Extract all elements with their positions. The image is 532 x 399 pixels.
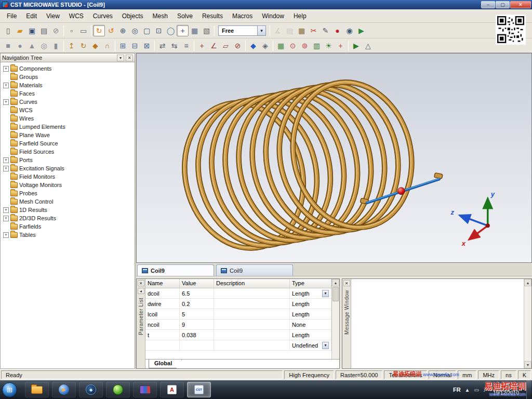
menu-results[interactable]: Results [197,10,228,22]
sphere-shape-button[interactable]: ● [14,40,26,51]
volume-icon[interactable]: ♪ [483,387,486,393]
nav-item-farfields[interactable]: Farfields [3,222,135,231]
param-row-ncoil[interactable]: ncoil9None [145,320,331,330]
discrete-port-button[interactable]: ⊚ [299,40,311,51]
nav-item-wcs[interactable]: WCS [3,106,135,114]
nav-item-curves[interactable]: +Curves [3,98,135,106]
display-icon[interactable]: ▭ [474,387,478,393]
play-animation-button[interactable]: ▶ [355,25,367,36]
clock[interactable]: 22:18 19/12/2010 [490,383,522,396]
clear-picks-button[interactable]: ⊘ [232,40,244,51]
delete-button[interactable]: ⊘ [50,25,62,36]
menu-curves[interactable]: Curves [88,10,117,22]
expand-icon[interactable]: + [3,216,9,221]
menu-solve[interactable]: Solve [172,10,197,22]
menu-wcs[interactable]: WCS [64,10,88,22]
boolean-intersect-button[interactable]: ⊠ [141,40,153,51]
perspective-view-button[interactable]: ◯ [165,25,177,36]
define-material-button[interactable]: ◆ [247,40,259,51]
scroll-thumb[interactable] [332,287,339,301]
nav-item-field-sources[interactable]: Field Sources [3,148,135,156]
boolean-add-button[interactable]: ⊞ [117,40,129,51]
hidden-icons-icon[interactable]: ▲ [465,387,470,393]
pick-edge-button[interactable]: ∠ [208,40,220,51]
nav-item-plane-wave[interactable]: Plane Wave [3,131,135,139]
expand-icon[interactable]: + [3,157,9,163]
blend-tool-button[interactable]: ∩ [101,40,113,51]
param-row-dwire[interactable]: dwire0.2Length [145,299,331,309]
menu-edit[interactable]: Edit [21,10,42,22]
dock-menu-icon[interactable]: ▾ [117,55,124,61]
open-file-button[interactable]: ▰ [14,25,26,36]
nav-item-faces[interactable]: Faces [3,89,135,98]
taskbar-pdf-reader-icon[interactable] [160,382,184,397]
wcs-axes-button[interactable]: + [177,25,189,36]
nav-item-components[interactable]: +Components [3,64,135,73]
scroll-track[interactable] [332,302,339,361]
param-row-t[interactable]: t0.038Length [145,330,331,340]
nav-item-lumped-elements[interactable]: Lumped Elements [3,123,135,131]
close-panel-icon[interactable]: ✕ [126,55,133,61]
paste-view-button[interactable]: ▭ [77,25,89,36]
record-macro-button[interactable]: ● [331,25,343,36]
taskbar-green-app-icon[interactable] [106,382,130,397]
copy-view-button[interactable]: ▫ [65,25,77,36]
zoom-in-button[interactable]: ⊕ [117,25,129,36]
menu-window[interactable]: Window [257,10,289,22]
nav-item-1d-results[interactable]: +1D Results [3,206,135,214]
expand-icon[interactable]: + [3,207,9,213]
nav-item-probes[interactable]: Probes [3,189,135,197]
close-parameter-panel-icon[interactable]: ✕ [138,280,144,286]
transform-tool-button[interactable]: ⇄ [156,40,168,51]
show-desktop-button[interactable] [526,380,531,399]
start-solver-button[interactable]: ▶ [350,40,362,51]
cone-shape-button[interactable]: ▲ [26,40,38,51]
expand-icon[interactable]: + [3,166,9,171]
new-file-button[interactable]: ▯ [2,25,14,36]
grid-toggle-button[interactable]: ▦ [189,25,201,36]
close-button[interactable]: ✕ [510,1,531,8]
scroll-up-icon[interactable]: ▲ [524,279,531,286]
expand-icon[interactable]: + [3,83,9,88]
close-message-panel-icon[interactable]: ✕ [343,280,350,286]
waveguide-port-button[interactable]: ⊙ [287,40,299,51]
nav-item-voltage-monitors[interactable]: Voltage Monitors [3,181,135,189]
param-row-dcoil[interactable]: dcoil6.5Length▾ [145,288,331,299]
nav-item-ports[interactable]: +Ports [3,156,135,164]
torus-shape-button[interactable]: ◎ [38,40,50,51]
collapse-parameter-panel-icon[interactable]: ◂ [138,288,144,294]
3d-viewport[interactable]: y z x [136,53,532,263]
menu-file[interactable]: File [2,10,21,22]
optimizer-button[interactable]: △ [362,40,374,51]
type-dropdown-icon[interactable]: ▾ [322,342,329,349]
param-row-new[interactable]: Undefined▾ [145,340,331,351]
rotate-tool-button[interactable]: ↻ [77,40,89,51]
nav-item-groups[interactable]: Groups [3,73,135,81]
bounding-box-button[interactable]: ▧ [201,25,212,36]
view-tab-coil9-1[interactable]: Coil9 [137,264,214,276]
pick-face-button[interactable]: ▱ [220,40,232,51]
cylinder-shape-button[interactable]: ▮ [50,40,62,51]
zoom-window-button[interactable]: ▢ [141,25,153,36]
zoom-lens-button[interactable]: ◎ [129,25,141,36]
print-button[interactable]: ▤ [38,25,50,36]
boolean-subtract-button[interactable]: ⊟ [129,40,141,51]
farfield-monitor-button[interactable]: ☀ [323,40,335,51]
parameter-scrollbar[interactable]: ▲ ▼ [331,279,339,368]
probe-tool-button[interactable]: + [335,40,347,51]
brick-shape-button[interactable]: ■ [2,40,14,51]
taskbar-media-player-icon[interactable] [52,382,76,397]
rotate-view-button[interactable]: ↻ [93,25,105,36]
param-row-lcoil[interactable]: lcoil5Length [145,309,331,320]
scroll-track[interactable] [524,286,531,361]
nav-item-field-monitors[interactable]: Field Monitors [3,172,135,181]
reset-view-button[interactable]: ⊡ [153,25,165,36]
scroll-up-icon[interactable]: ▲ [332,279,339,286]
mesh-view-button[interactable]: ▦ [275,40,287,51]
menu-macros[interactable]: Macros [228,10,257,22]
camera-snapshot-button[interactable]: ◉ [343,25,355,36]
cut-plane-button[interactable]: ✂ [308,25,320,36]
dynamic-zoom-button[interactable]: ↺ [105,25,117,36]
extrude-tool-button[interactable]: ↥ [65,40,77,51]
parameter-sweep-button[interactable]: ▦ [296,25,308,36]
